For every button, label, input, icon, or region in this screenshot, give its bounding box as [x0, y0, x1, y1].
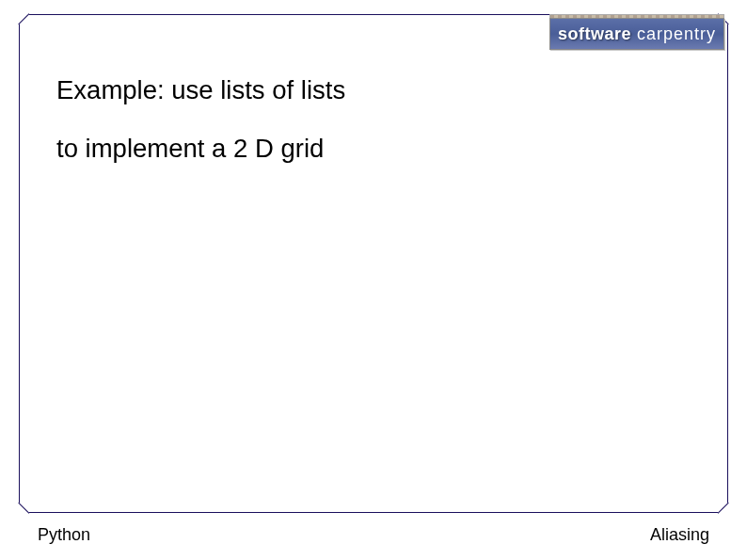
logo-word-software: software: [558, 24, 631, 44]
footer-right: Aliasing: [650, 525, 709, 545]
slide: software carpentry Example: use lists of…: [0, 0, 747, 560]
software-carpentry-logo: software carpentry: [549, 18, 724, 50]
content-line-1: Example: use lists of lists: [56, 73, 709, 107]
logo-word-carpentry: carpentry: [637, 24, 716, 44]
content-line-2: to implement a 2 D grid: [56, 132, 709, 166]
slide-content: Example: use lists of lists to implement…: [56, 73, 709, 190]
footer-left: Python: [38, 525, 90, 545]
